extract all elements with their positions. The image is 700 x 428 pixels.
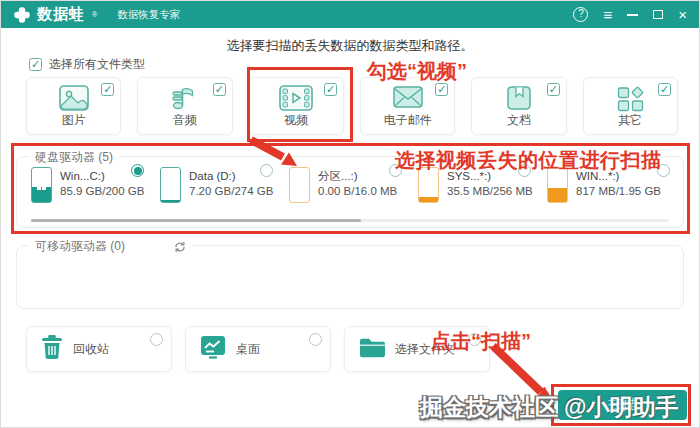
drive-name: WIN...*:) bbox=[576, 169, 661, 184]
other-icon bbox=[616, 85, 644, 117]
file-type-card-other[interactable]: 其它 bbox=[583, 77, 678, 135]
images-checkbox[interactable] bbox=[101, 83, 114, 96]
video-icon bbox=[279, 85, 313, 115]
folder-icon bbox=[359, 337, 385, 362]
recycle-bin-card[interactable]: 回收站 bbox=[26, 326, 172, 372]
select-all-label: 选择所有文件类型 bbox=[49, 56, 145, 73]
audio-checkbox[interactable] bbox=[213, 83, 226, 96]
email-icon bbox=[393, 85, 423, 113]
image-icon bbox=[59, 85, 89, 115]
trash-icon bbox=[41, 334, 63, 364]
registered-mark: ® bbox=[92, 11, 97, 18]
refresh-icon[interactable] bbox=[173, 240, 187, 254]
close-icon[interactable]: × bbox=[678, 7, 687, 22]
documents-checkbox[interactable] bbox=[547, 83, 560, 96]
drive-item-win-c[interactable]: Win...C:) 85.9 GB/200 GB bbox=[31, 167, 160, 203]
drive-item-sys[interactable]: SYS...*:) 35.5 MB/256 MB bbox=[418, 167, 547, 203]
select-all-checkbox[interactable] bbox=[29, 58, 42, 71]
scan-locations-row: 回收站 桌面 选择文件夹 bbox=[26, 326, 490, 372]
desktop-card[interactable]: 桌面 bbox=[185, 326, 331, 372]
page-title: 选择要扫描的丢失数据的数据类型和路径。 bbox=[1, 37, 699, 55]
drives-scrollbar[interactable] bbox=[31, 219, 669, 222]
window-controls: ? ≡ × bbox=[573, 7, 687, 22]
title-bar: 数据蛙 ® 数据恢复专家 ? ≡ × bbox=[1, 1, 699, 28]
drive-size: 0.00 B/16.0 MB bbox=[318, 184, 397, 199]
drive-size: 35.5 MB/256 MB bbox=[447, 184, 533, 199]
watermark-text: 掘金技术社区 bbox=[420, 392, 558, 423]
arrow-to-scan-icon bbox=[493, 346, 552, 399]
location-label: 桌面 bbox=[236, 341, 260, 358]
drive-radio[interactable] bbox=[131, 164, 144, 177]
file-type-card-documents[interactable]: 文档 bbox=[471, 77, 566, 135]
email-checkbox[interactable] bbox=[435, 83, 448, 96]
drive-icon bbox=[547, 167, 568, 203]
drive-item-win-recovery[interactable]: WIN...*:) 817 MB/1.95 GB bbox=[547, 167, 676, 203]
video-checkbox[interactable] bbox=[324, 83, 337, 96]
location-label: 回收站 bbox=[73, 341, 109, 358]
help-icon[interactable]: ? bbox=[573, 7, 588, 22]
choose-folder-card[interactable]: 选择文件夹 bbox=[344, 326, 490, 372]
desktop-icon bbox=[200, 335, 226, 363]
app-subtitle: 数据恢复专家 bbox=[117, 8, 180, 22]
file-type-label: 电子邮件 bbox=[384, 112, 432, 129]
removable-drives-section: 可移动驱动器 (0) bbox=[16, 245, 684, 309]
drive-item-data-d[interactable]: Data (D:) 7.20 GB/274 GB bbox=[160, 167, 289, 203]
choose-folder-radio[interactable] bbox=[468, 333, 481, 346]
drive-item-partition[interactable]: 分区...:) 0.00 B/16.0 MB bbox=[289, 167, 418, 203]
drive-name: 分区...:) bbox=[318, 169, 397, 184]
drive-radio[interactable] bbox=[657, 164, 670, 177]
windows-logo-icon bbox=[37, 181, 46, 190]
app-logo: 数据蛙 ® 数据恢复专家 bbox=[13, 5, 180, 24]
drive-icon bbox=[31, 167, 52, 203]
app-logo-icon bbox=[13, 6, 31, 24]
file-type-card-email[interactable]: 电子邮件 bbox=[360, 77, 455, 135]
music-icon bbox=[171, 85, 199, 115]
hard-drives-section-title: 硬盘驱动器 (5) bbox=[29, 149, 119, 166]
maximize-icon[interactable] bbox=[653, 10, 663, 19]
document-icon bbox=[505, 85, 533, 115]
file-type-card-images[interactable]: 图片 bbox=[26, 77, 121, 135]
app-window: 数据蛙 ® 数据恢复专家 ? ≡ × 选择要扫描的丢失数据的数据类型和路径。 选… bbox=[0, 0, 700, 428]
drive-icon bbox=[289, 167, 310, 203]
drives-scrollbar-thumb[interactable] bbox=[31, 219, 361, 222]
file-type-row: 图片 音频 bbox=[26, 77, 678, 135]
file-type-card-video[interactable]: 视频 bbox=[249, 77, 344, 135]
drive-radio[interactable] bbox=[260, 164, 273, 177]
hard-drives-section: 硬盘驱动器 (5) Win...C:) 85.9 GB/200 GB bbox=[16, 156, 684, 228]
scan-button[interactable]: 扫描 bbox=[558, 390, 687, 420]
drive-size: 7.20 GB/274 GB bbox=[189, 184, 273, 199]
drive-radio[interactable] bbox=[518, 164, 531, 177]
app-name: 数据蛙 bbox=[37, 5, 85, 24]
file-type-card-audio[interactable]: 音频 bbox=[137, 77, 232, 135]
menu-icon[interactable]: ≡ bbox=[603, 7, 612, 22]
minimize-icon[interactable] bbox=[627, 14, 638, 16]
drive-radio[interactable] bbox=[389, 164, 402, 177]
select-all-file-types[interactable]: 选择所有文件类型 bbox=[29, 56, 145, 73]
other-checkbox[interactable] bbox=[658, 83, 671, 96]
drive-icon bbox=[160, 167, 181, 203]
drive-size: 85.9 GB/200 GB bbox=[60, 184, 144, 199]
location-label: 选择文件夹 bbox=[395, 341, 455, 358]
recycle-bin-radio[interactable] bbox=[150, 333, 163, 346]
desktop-radio[interactable] bbox=[309, 333, 322, 346]
drive-icon bbox=[418, 167, 439, 203]
drive-size: 817 MB/1.95 GB bbox=[576, 184, 661, 199]
removable-drives-section-title: 可移动驱动器 (0) bbox=[35, 238, 125, 255]
